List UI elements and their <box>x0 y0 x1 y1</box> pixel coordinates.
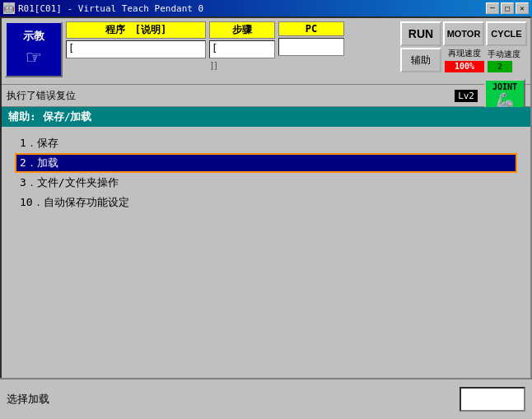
bottom-bar: 选择加载 <box>0 378 532 419</box>
bottom-right-row: 辅助 再现速度 100% 手动速度 2 <box>400 48 527 72</box>
manual-speed-value: 2 <box>497 63 502 71</box>
status-bar: 执行了错误复位 Lv2 JOINT 🦾 <box>2 84 530 107</box>
program-panel: 程序 [说明] [ ] <box>66 21 206 71</box>
manual-speed-section: 手动速度 2 <box>488 49 520 72</box>
title-text: R01[C01] - Virtual Teach Pendant 0 <box>18 3 203 14</box>
toolbar: 示教 ☞ 程序 [说明] [ ] 步骤 [ ] PC <box>2 18 530 84</box>
hand-icon: ☞ <box>27 44 41 71</box>
run-button[interactable]: RUN <box>400 21 441 46</box>
manual-speed-label: 手动速度 <box>488 49 520 60</box>
manual-speed-bar: 2 <box>488 61 512 72</box>
program-value2: ] <box>66 60 206 71</box>
menu-item-10[interactable]: 10．自动保存功能设定 <box>15 193 517 212</box>
step-value: [ <box>209 40 275 58</box>
step-value2: ] <box>209 60 275 71</box>
info-panels: 程序 [说明] [ ] 步骤 [ ] PC <box>66 21 394 82</box>
window-icon: 🤖 <box>3 2 15 14</box>
teach-button[interactable]: 示教 ☞ <box>5 21 63 77</box>
step-panel: 步骤 [ ] <box>209 21 275 71</box>
robot-icon: 🦾 <box>496 91 514 109</box>
close-button[interactable]: ✕ <box>516 2 529 14</box>
main-window: 示教 ☞ 程序 [说明] [ ] 步骤 [ ] PC <box>0 16 532 419</box>
top-right-row: RUN MOTOR CYCLE <box>400 21 527 46</box>
section-title: 辅助: 保存/加载 <box>8 110 91 123</box>
title-bar: 🤖 R01[C01] - Virtual Teach Pendant 0 ─ □… <box>0 0 532 16</box>
teach-label: 示教 <box>23 29 44 44</box>
program-value: [ <box>66 40 206 58</box>
minimize-button[interactable]: ─ <box>486 2 499 14</box>
lv2-badge: Lv2 <box>455 90 478 102</box>
menu-item-2[interactable]: 2．加载 <box>15 153 517 173</box>
menu-item-1[interactable]: 1．保存 <box>15 133 517 153</box>
motor-button[interactable]: MOTOR <box>443 21 484 46</box>
replay-speed-section: 再现速度 100% <box>445 48 484 72</box>
section-header: 辅助: 保存/加载 <box>2 107 530 127</box>
menu-content: 1．保存 2．加载 3．文件/文件夹操作 10．自动保存功能设定 <box>2 127 530 417</box>
window-controls: ─ □ ✕ <box>486 2 529 14</box>
maximize-button[interactable]: □ <box>501 2 514 14</box>
status-message: 执行了错误复位 <box>7 89 76 103</box>
pc-panel: PC <box>278 21 344 56</box>
joint-label: JOINT <box>492 82 517 91</box>
replay-speed-bar: 100% <box>445 61 484 72</box>
pc-value <box>278 38 344 56</box>
bottom-label: 选择加载 <box>7 392 49 407</box>
bottom-input[interactable] <box>460 387 525 412</box>
menu-item-3[interactable]: 3．文件/文件夹操作 <box>15 173 517 193</box>
cycle-button[interactable]: CYCLE <box>486 21 527 46</box>
assist-button[interactable]: 辅助 <box>400 48 441 72</box>
right-buttons: RUN MOTOR CYCLE 辅助 再现速度 100% 手动速度 2 <box>400 21 527 82</box>
program-label: 程序 [说明] <box>66 21 206 39</box>
replay-speed-label: 再现速度 <box>445 48 484 59</box>
step-label: 步骤 <box>209 21 275 39</box>
pc-label: PC <box>278 21 344 36</box>
